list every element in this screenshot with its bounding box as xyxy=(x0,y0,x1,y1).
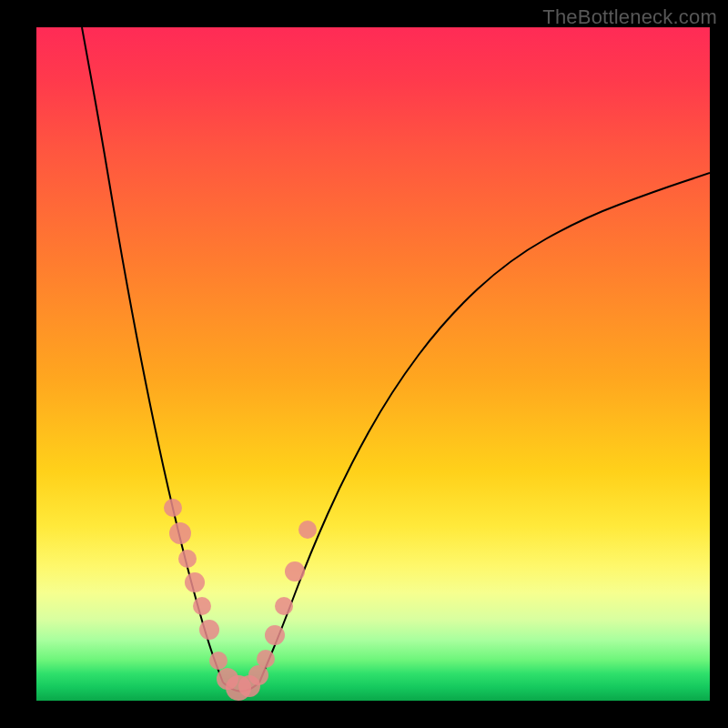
curve-lines xyxy=(82,27,710,692)
data-dot xyxy=(178,550,197,568)
data-dot xyxy=(248,665,268,685)
data-dot xyxy=(275,597,293,615)
data-dot xyxy=(265,625,285,645)
watermark-text: TheBottleneck.com xyxy=(542,5,717,29)
data-dot xyxy=(169,522,191,544)
data-dot xyxy=(193,597,211,615)
data-dot xyxy=(209,652,228,670)
plot-area xyxy=(36,27,710,701)
data-dot xyxy=(298,521,317,539)
data-dot xyxy=(199,620,219,640)
curve-right-branch xyxy=(259,173,710,682)
data-dot xyxy=(185,572,205,592)
data-dot xyxy=(164,499,182,517)
data-dots xyxy=(164,499,317,701)
data-dot xyxy=(257,650,275,668)
curve-svg xyxy=(36,27,710,701)
chart-stage: TheBottleneck.com xyxy=(0,0,728,728)
data-dot xyxy=(285,561,305,581)
